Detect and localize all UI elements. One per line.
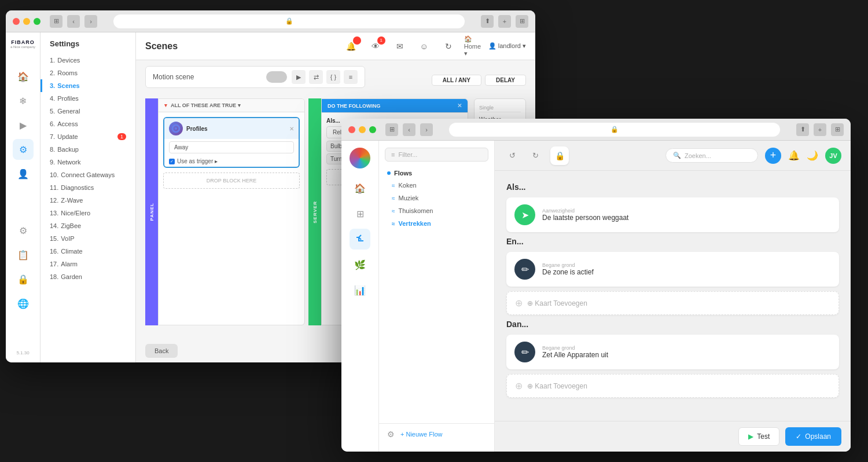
flows-filter[interactable]: ≡ Filter... — [385, 148, 488, 162]
code-action-btn[interactable]: { } — [326, 70, 340, 84]
test-button[interactable]: ▶ Test — [738, 427, 779, 446]
flows-leaf-icon[interactable]: 🌿 — [350, 254, 370, 275]
scene-toggle[interactable] — [266, 71, 287, 83]
sidebar-scenes-icon[interactable]: ⚙ — [13, 139, 34, 160]
en-add-label: ⊕ Kaart Toevoegen — [527, 299, 587, 307]
sidebar-world-icon[interactable]: 🌐 — [13, 294, 34, 314]
flows-back-btn[interactable]: ↺ — [504, 148, 520, 164]
sidebar-security-icon[interactable]: 👤 — [13, 163, 34, 184]
flows-item-koken[interactable]: ≈ Koken — [379, 179, 494, 192]
flows-bell-icon[interactable]: 🔔 — [788, 150, 800, 161]
profile-dropdown[interactable]: Away — [169, 141, 294, 153]
front-maximize-button[interactable] — [369, 126, 376, 133]
flows-grid-icon[interactable]: ⊞ — [350, 203, 370, 224]
settings-item-backup[interactable]: 8. Backup — [41, 143, 135, 156]
settings-item-general[interactable]: 5. General — [41, 105, 135, 118]
flows-avatar[interactable]: JV — [825, 148, 841, 164]
settings-item-zigbee[interactable]: 14. ZigBee — [41, 219, 135, 232]
back-icon[interactable]: ‹ — [67, 15, 80, 28]
all-any-tab[interactable]: ALL / ANY — [432, 75, 481, 86]
new-flow-button[interactable]: + Nieuwe Flow — [400, 430, 442, 439]
front-forward-icon[interactable]: › — [420, 123, 433, 136]
settings-item-network[interactable]: 9. Network — [41, 156, 135, 168]
en-add-card[interactable]: ⊕ ⊕ Kaart Toevoegen — [506, 291, 839, 315]
settings-item-diagnostics[interactable]: 11. Diagnostics — [41, 181, 135, 194]
flows-search[interactable]: 🔍 Zoeken... — [665, 148, 758, 163]
settings-item-voip[interactable]: 15. VoIP — [41, 232, 135, 245]
sidebar-media-icon[interactable]: ▶ — [13, 115, 34, 135]
settings-item-gateways[interactable]: 10. Connect Gateways — [41, 168, 135, 181]
share-icon[interactable]: ⬆ — [481, 15, 494, 28]
play-action-btn[interactable]: ▶ — [292, 70, 306, 84]
back-button[interactable]: Back — [145, 344, 178, 358]
front-url-bar[interactable]: 🔒 — [449, 123, 780, 137]
flows-home-icon[interactable]: 🏠 — [350, 178, 370, 199]
settings-item-garden[interactable]: 18. Garden — [41, 270, 135, 283]
settings-item-profiles[interactable]: 4. Profiles — [41, 92, 135, 105]
flows-settings-icon[interactable]: ⚙ — [387, 430, 395, 439]
flows-moon-icon[interactable]: 🌙 — [807, 150, 818, 161]
user-menu[interactable]: 👤 landlord ▾ — [488, 42, 526, 50]
front-share-icon[interactable]: ⬆ — [796, 123, 809, 136]
single-label: Single — [479, 104, 521, 112]
flows-item-thuiskomen[interactable]: ≈ Thuiskomen — [379, 204, 494, 217]
settings-item-update[interactable]: 7. Update 1 — [41, 130, 135, 143]
minimize-button[interactable] — [23, 18, 30, 25]
en-section-title: En... — [506, 237, 839, 246]
tabs-icon[interactable]: ⊞ — [516, 15, 528, 28]
trigger-checkbox[interactable]: ✓ — [169, 159, 175, 164]
url-bar[interactable]: 🔒 — [113, 14, 465, 28]
sidebar-home-icon[interactable]: 🏠 — [13, 66, 34, 87]
new-tab-icon[interactable]: + — [498, 15, 511, 28]
flows-main: ↺ ↻ 🔒 🔍 Zoeken... + 🔔 🌙 JV Als... ➤ — [495, 141, 851, 452]
close-button[interactable] — [13, 18, 20, 25]
notification-icon[interactable]: 🔔 — [343, 38, 360, 55]
sidebar-settings-icon[interactable]: ⚙ — [13, 221, 34, 241]
flows-chart-icon[interactable]: 📊 — [350, 280, 370, 300]
front-close-button[interactable] — [348, 126, 355, 133]
sidebar-climate-icon[interactable]: ❄ — [13, 90, 34, 111]
delay-tab[interactable]: DELAY — [485, 75, 526, 86]
save-button[interactable]: ✓ Opslaan — [785, 427, 841, 446]
flows-item-muziek[interactable]: ≈ Muziek — [379, 192, 494, 204]
filter-icon: ≡ — [391, 151, 395, 158]
flows-flows-icon[interactable] — [350, 229, 370, 250]
flows-item-vertrekken[interactable]: ≈ Vertrekken — [379, 217, 494, 230]
settings-item-access[interactable]: 6. Access — [41, 118, 135, 130]
sidebar-toggle-icon[interactable]: ⊞ — [50, 15, 62, 28]
settings-item-alarm[interactable]: 17. Alarm — [41, 258, 135, 270]
flows-lock-icon[interactable]: 🔒 — [550, 146, 569, 165]
front-minimize-button[interactable] — [359, 126, 366, 133]
message-icon[interactable]: ✉ — [391, 38, 409, 55]
settings-item-devices[interactable]: 1. Devices — [41, 54, 135, 67]
list-action-btn[interactable]: ≡ — [344, 70, 358, 84]
settings-item-climate[interactable]: 16. Climate — [41, 245, 135, 258]
flows-forward-btn[interactable]: ↻ — [527, 148, 543, 164]
sidebar-display-icon[interactable]: 📋 — [13, 245, 34, 266]
front-back-icon[interactable]: ‹ — [403, 123, 415, 136]
forward-icon[interactable]: › — [84, 15, 97, 28]
dan-card-content: Begane grond Zet Alle Apparaten uit — [542, 345, 831, 359]
settings-item-niceelero[interactable]: 13. Nice/Elero — [41, 207, 135, 219]
front-sidebar-toggle[interactable]: ⊞ — [385, 123, 398, 136]
settings-item-zwave[interactable]: 12. Z-Wave — [41, 194, 135, 207]
dan-add-card[interactable]: ⊕ ⊕ Kaart Toevoegen — [506, 374, 839, 398]
conditions-content: ▾ ALL OF THESE ARE TRUE ▾ — [158, 98, 305, 325]
sidebar-lock-icon[interactable]: 🔒 — [13, 269, 34, 290]
settings-item-scenes[interactable]: 3. Scenes — [41, 79, 135, 92]
maximize-button[interactable] — [34, 18, 41, 25]
flows-add-button[interactable]: + — [765, 148, 781, 164]
profiles-close-btn[interactable]: ✕ — [289, 126, 294, 132]
actions-close-btn[interactable]: ✕ — [457, 102, 462, 109]
scene-name-input[interactable]: Motion scene — [153, 73, 262, 81]
scene-name-bar: Motion scene ▶ ⇄ { } ≡ — [145, 66, 365, 88]
refresh-icon[interactable]: ↻ — [440, 38, 457, 55]
alarm-icon[interactable]: 👁 1 — [367, 38, 384, 55]
front-tabs-icon[interactable]: ⊞ — [831, 123, 844, 136]
settings-item-rooms[interactable]: 2. Rooms — [41, 67, 135, 79]
emoji-icon[interactable]: ☺ — [415, 38, 433, 55]
flows-item-label-thuiskomen: Thuiskomen — [399, 207, 433, 214]
home-link[interactable]: 🏠 Home ▾ — [464, 38, 481, 55]
transfer-action-btn[interactable]: ⇄ — [309, 70, 323, 84]
front-new-tab-icon[interactable]: + — [814, 123, 826, 136]
